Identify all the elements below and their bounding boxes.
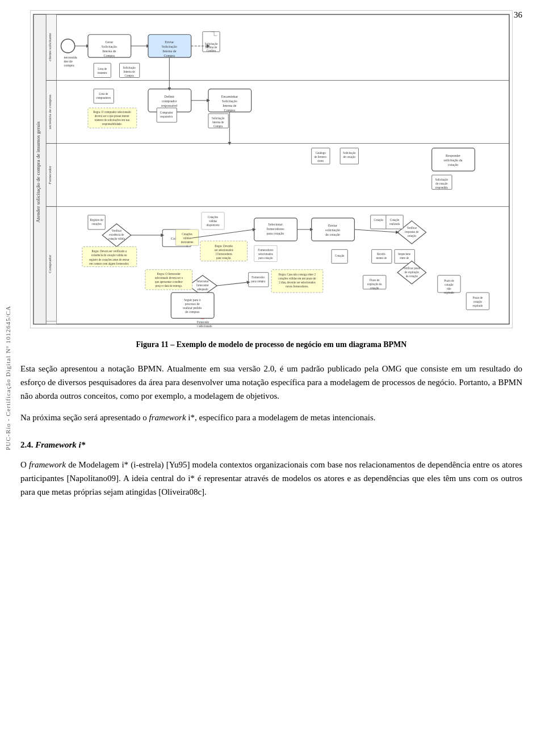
svg-text:entre de: entre de: [400, 257, 409, 260]
svg-text:que apresentar o melhor: que apresentar o melhor: [155, 281, 183, 283]
svg-text:cotação: cotação: [370, 287, 379, 290]
svg-text:Interna de: Interna de: [162, 49, 177, 53]
svg-text:Compra: Compra: [213, 125, 223, 128]
sidebar: PUC-Rio - Certificação Digital Nº 101264…: [0, 0, 16, 756]
svg-text:Solicitação: Solicitação: [102, 45, 117, 48]
svg-text:deverá ser o que possui menor: deverá ser o que possui menor: [95, 115, 129, 118]
svg-text:Gerar: Gerar: [105, 40, 113, 44]
svg-text:Solicitação: Solicitação: [212, 117, 225, 120]
svg-text:Solicitação: Solicitação: [123, 66, 136, 69]
sidebar-text: PUC-Rio - Certificação Digital Nº 101264…: [5, 306, 11, 450]
svg-text:respondida: respondida: [435, 186, 448, 189]
svg-text:Cotação: Cotação: [390, 219, 400, 222]
svg-text:de fornece-: de fornece-: [314, 155, 327, 158]
section-number: 2.4.: [20, 440, 33, 449]
p2-text-before: Na próxima seção será apresentado o: [20, 413, 149, 422]
p3-framework-italic: framework: [29, 460, 66, 469]
svg-text:Solicitação: Solicitação: [205, 43, 218, 45]
svg-text:cotação válida: cotação válida: [108, 237, 125, 240]
svg-text:cotação: cotação: [473, 300, 483, 303]
svg-rect-126: [371, 215, 387, 229]
svg-text:Registro de: Registro de: [90, 219, 104, 222]
svg-text:Encaminhar: Encaminhar: [221, 95, 238, 98]
svg-text:existência de: existência de: [109, 233, 124, 236]
svg-text:Interna de: Interna de: [102, 49, 116, 53]
svg-text:de expiração: de expiração: [405, 271, 420, 274]
svg-text:selecionado deverá ser o: selecionado deverá ser o: [155, 277, 183, 279]
paragraph-2: Na próxima seção será apresentado o fram…: [20, 411, 522, 424]
svg-text:Fornecedor: Fornecedor: [48, 165, 52, 184]
svg-text:secretária de compras: secretária de compras: [48, 94, 52, 129]
svg-text:Cotações: Cotações: [182, 233, 192, 236]
svg-text:novos fornecedores.: novos fornecedores.: [286, 285, 309, 288]
section-heading-2-4: 2.4. Framework i*: [20, 440, 522, 450]
svg-text:responsivo: responsivo: [160, 115, 173, 118]
svg-text:Interna de: Interna de: [212, 121, 224, 124]
section-title: Framework i*: [33, 440, 86, 449]
svg-text:em contato com algum fornecedo: em contato com algum fornecedor.: [89, 262, 129, 265]
svg-text:Lista de: Lista de: [98, 68, 107, 70]
svg-point-16: [61, 39, 75, 53]
svg-text:processo de: processo de: [185, 302, 200, 306]
figure-caption: Figura 11 – Exemplo de modelo de process…: [20, 339, 522, 350]
svg-rect-128: [386, 215, 403, 229]
svg-text:válidas: válidas: [209, 220, 217, 223]
svg-text:cotações: cotações: [91, 223, 101, 225]
svg-text:solicitação da: solicitação da: [443, 158, 462, 162]
p3-text-before: O: [20, 460, 29, 469]
svg-text:Compra: Compra: [164, 54, 175, 57]
bpmn-diagram: Atender solicitação de compra de insumos…: [30, 10, 513, 328]
paragraph-1: Esta seção apresentou a notação BPMN. At…: [20, 362, 522, 403]
svg-text:disponíveis: disponíveis: [207, 224, 220, 227]
svg-text:Interna de: Interna de: [206, 46, 217, 49]
svg-text:expiração da: expiração da: [367, 283, 382, 286]
svg-text:necessida: necessida: [64, 56, 77, 59]
svg-text:Atender solicitação de compra : Atender solicitação de compra de insumos…: [35, 122, 41, 223]
svg-text:Solicitação: Solicitação: [222, 99, 237, 103]
svg-text:comprador: comprador: [162, 99, 177, 103]
svg-text:fornecedores: fornecedores: [266, 227, 284, 231]
svg-text:da cotação: da cotação: [406, 275, 418, 278]
svg-text:dores: dores: [317, 160, 324, 162]
svg-text:Fornecedo: Fornecedo: [197, 321, 209, 324]
svg-text:Inspecione: Inspecione: [398, 253, 411, 256]
svg-text:cotação: cotação: [448, 163, 458, 166]
svg-rect-159: [372, 249, 392, 263]
svg-text:des de: des de: [64, 60, 73, 63]
svg-text:fornecedor: fornecedor: [196, 283, 209, 287]
svg-text:para cotação: para cotação: [258, 257, 273, 260]
svg-text:Compra: Compra: [224, 108, 236, 112]
svg-text:de compras: de compras: [185, 310, 199, 314]
svg-text:Prazo de: Prazo de: [444, 279, 454, 282]
svg-text:Solicitação: Solicitação: [343, 152, 356, 154]
p3-text-after: de Modelagem i* (i-estrela) [Yu95] model…: [20, 460, 522, 496]
svg-text:para cotação.: para cotação.: [216, 257, 232, 260]
svg-text:Cotação: Cotação: [335, 254, 345, 257]
svg-text:Regra: Deverão: Regra: Deverão: [215, 245, 233, 248]
svg-text:Responder: Responder: [446, 154, 460, 157]
svg-text:Compra: Compra: [125, 74, 135, 77]
svg-text:registro de cotações antes de : registro de cotações antes de entrar: [89, 258, 129, 261]
svg-text:Verificar: Verificar: [407, 226, 417, 229]
p2-framework-italic: framework: [149, 413, 186, 422]
svg-text:Solicitação: Solicitação: [162, 45, 177, 48]
svg-text:não: não: [447, 287, 451, 290]
svg-text:válidas: válidas: [183, 237, 191, 240]
svg-text:2 dias, deverão ser selecionad: 2 dias, deverão ser selecionados: [279, 281, 315, 284]
svg-text:Definir: Definir: [165, 95, 174, 98]
svg-text:Recebi-: Recebi-: [377, 253, 386, 256]
svg-text:selecionados: selecionados: [258, 253, 273, 256]
svg-text:expirado: expirado: [444, 291, 454, 294]
svg-text:respostas de: respostas de: [405, 231, 419, 233]
svg-text:Enviar: Enviar: [165, 40, 174, 44]
svg-text:Prazo de: Prazo de: [473, 296, 483, 299]
svg-text:s: s: [187, 245, 188, 248]
svg-text:Comprador: Comprador: [160, 111, 173, 114]
svg-text:Cotações: Cotações: [208, 216, 218, 219]
svg-text:ser selecionados: ser selecionados: [215, 249, 233, 252]
svg-text:de cotação: de cotação: [435, 182, 448, 185]
svg-text:adequado: adequado: [197, 288, 208, 291]
svg-text:cotações válidas em um prazo d: cotações válidas em um prazo de: [278, 277, 316, 280]
svg-text:Verificar prazo: Verificar prazo: [403, 266, 421, 270]
svg-text:Confora: Confora: [207, 49, 216, 52]
